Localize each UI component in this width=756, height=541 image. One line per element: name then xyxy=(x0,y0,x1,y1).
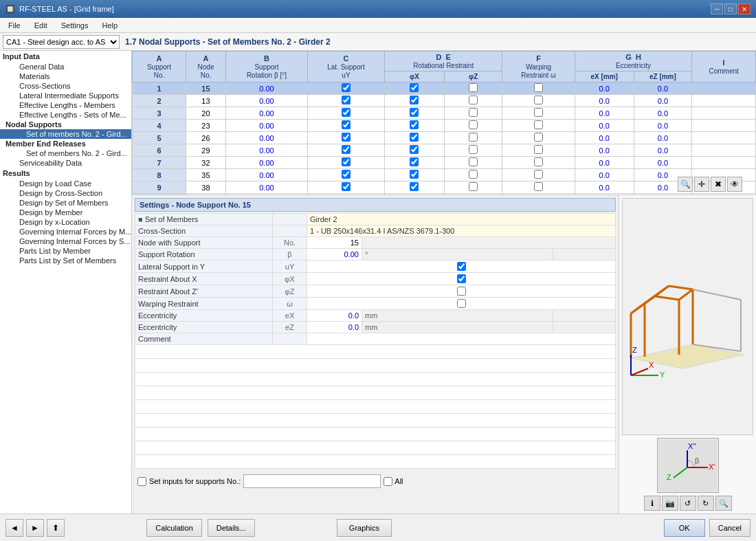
lat-support-checkbox[interactable] xyxy=(342,108,351,117)
calculation-button[interactable]: Calculation xyxy=(146,519,201,537)
view-btn[interactable]: 👁 xyxy=(727,177,742,192)
cell-rot-z[interactable] xyxy=(444,132,502,144)
sidebar-item-effective-lengths-members[interactable]: Effective Lengths - Members xyxy=(0,100,131,110)
warping-checkbox[interactable] xyxy=(534,195,543,195)
lat-support-checkbox[interactable] xyxy=(342,182,351,191)
cell-warping[interactable] xyxy=(502,107,575,120)
menu-help[interactable]: Help xyxy=(96,20,123,31)
minimize-button[interactable]: ─ xyxy=(711,3,723,14)
rot-z-checkbox[interactable] xyxy=(469,157,478,166)
set-inputs-field[interactable] xyxy=(243,474,381,488)
sidebar-item-set-members-girder[interactable]: Set of members No. 2 - Gird... xyxy=(0,129,131,139)
cell-rot-x[interactable] xyxy=(385,82,445,95)
zoom-3d-button[interactable]: 🔍 xyxy=(715,496,732,511)
sidebar-item-cross-sections[interactable]: Cross-Sections xyxy=(0,81,131,91)
rot-z-checkbox[interactable] xyxy=(469,133,478,142)
rot-z-checkbox[interactable] xyxy=(469,96,478,104)
cell-rot-x[interactable] xyxy=(385,107,445,120)
rotate-left-button[interactable]: ↺ xyxy=(680,496,696,511)
rot-x-checkbox[interactable] xyxy=(410,157,419,166)
cell-rot-x[interactable] xyxy=(385,144,445,157)
sidebar-item-design-x-location[interactable]: Design by x-Location xyxy=(0,217,131,227)
sidebar-item-parts-list-member[interactable]: Parts List by Member xyxy=(0,246,131,256)
select-btn[interactable]: ✛ xyxy=(694,177,709,192)
support-rotation-value[interactable]: 0.00 xyxy=(307,249,362,261)
lat-support-checkbox[interactable] xyxy=(342,170,351,179)
table-row[interactable]: 9380.000.00.0 xyxy=(133,181,756,194)
rot-x-checkbox[interactable] xyxy=(410,170,419,179)
back-button[interactable]: ◄ xyxy=(5,519,23,537)
sidebar-item-design-load-case[interactable]: Design by Load Case xyxy=(0,179,131,188)
sidebar-item-governing-forces-m[interactable]: Governing Internal Forces by M... xyxy=(0,227,131,236)
table-row[interactable]: 1150.000.00.0 xyxy=(133,82,756,95)
cell-lat-support[interactable] xyxy=(307,95,384,107)
maximize-button[interactable]: □ xyxy=(724,3,737,14)
rot-z-checkbox[interactable] xyxy=(469,83,478,92)
sidebar-item-effective-lengths-sets[interactable]: Effective Lengths - Sets of Me... xyxy=(0,110,131,120)
table-row[interactable]: 4230.000.00.0 xyxy=(133,120,756,132)
cell-rot-x[interactable] xyxy=(385,194,445,196)
cell-rotation[interactable]: 0.00 xyxy=(226,144,308,157)
cell-lat-support[interactable] xyxy=(307,144,384,157)
delete-btn[interactable]: ✖ xyxy=(711,177,726,192)
cell-warping[interactable] xyxy=(502,144,575,157)
lat-support-checkbox[interactable] xyxy=(342,120,351,129)
cell-rot-x[interactable] xyxy=(385,95,445,107)
cell-rotation[interactable]: 0.00 xyxy=(226,82,308,95)
ok-button[interactable]: OK xyxy=(664,519,705,537)
warping-checkbox[interactable] xyxy=(534,170,543,179)
forward-button[interactable]: ► xyxy=(26,519,44,537)
rot-x-checkbox[interactable] xyxy=(410,96,419,104)
cell-rotation[interactable]: 0.00 xyxy=(226,120,308,132)
sidebar-item-lateral-intermediate[interactable]: Lateral Intermediate Supports xyxy=(0,91,131,100)
details-button[interactable]: Details... xyxy=(208,519,255,537)
lat-support-checkbox[interactable] xyxy=(342,145,351,154)
cell-rot-z[interactable] xyxy=(444,95,502,107)
warping-checkbox[interactable] xyxy=(534,133,543,142)
cell-rot-z[interactable] xyxy=(444,181,502,194)
cell-rotation[interactable]: 0.00 xyxy=(226,194,308,196)
cell-warping[interactable] xyxy=(502,194,575,196)
rot-x-checkbox[interactable] xyxy=(410,133,419,142)
sidebar-item-governing-forces-s[interactable]: Governing Internal Forces by S... xyxy=(0,236,131,246)
all-checkbox[interactable] xyxy=(383,477,392,486)
rot-z-checkbox[interactable] xyxy=(469,182,478,191)
lat-support-checkbox[interactable] xyxy=(342,83,351,92)
cell-warping[interactable] xyxy=(502,132,575,144)
cell-lat-support[interactable] xyxy=(307,107,384,120)
rot-x-checkbox[interactable] xyxy=(410,83,419,92)
rot-x-checkbox[interactable] xyxy=(410,108,419,117)
rotate-right-button[interactable]: ↻ xyxy=(698,496,714,511)
warping-checkbox[interactable] xyxy=(534,157,543,166)
cell-lat-support[interactable] xyxy=(307,181,384,194)
set-inputs-checkbox-label[interactable]: Set inputs for supports No.: xyxy=(137,477,241,486)
node-support-value[interactable]: 15 xyxy=(307,237,362,249)
restraint-z-checkbox[interactable] xyxy=(457,287,466,296)
cell-warping[interactable] xyxy=(502,169,575,181)
cell-lat-support[interactable] xyxy=(307,82,384,95)
cell-rot-x[interactable] xyxy=(385,132,445,144)
rot-x-checkbox[interactable] xyxy=(410,120,419,129)
cell-warping[interactable] xyxy=(502,120,575,132)
table-row[interactable]: 3200.000.00.0 xyxy=(133,107,756,120)
warping-checkbox[interactable] xyxy=(534,108,543,117)
warping-restraint-checkbox[interactable] xyxy=(457,299,466,308)
table-row[interactable]: 8350.000.00.0 xyxy=(133,169,756,181)
cell-lat-support[interactable] xyxy=(307,194,384,196)
restraint-x-checkbox[interactable] xyxy=(457,274,466,283)
eccentricity-z-value[interactable]: 0.0 xyxy=(307,322,362,333)
cell-rotation[interactable]: 0.00 xyxy=(226,95,308,107)
design-case-dropdown[interactable]: CA1 - Steel design acc. to AS xyxy=(3,35,120,49)
rot-z-checkbox[interactable] xyxy=(469,108,478,117)
close-button[interactable]: ✕ xyxy=(738,3,751,14)
sidebar-item-design-member[interactable]: Design by Member xyxy=(0,208,131,217)
cell-rotation[interactable]: 0.00 xyxy=(226,107,308,120)
menu-edit[interactable]: Edit xyxy=(29,20,53,31)
export-button[interactable]: ⬆ xyxy=(47,519,65,537)
cell-warping[interactable] xyxy=(502,82,575,95)
cell-rot-x[interactable] xyxy=(385,169,445,181)
warping-checkbox[interactable] xyxy=(534,120,543,129)
cell-rotation[interactable]: 0.00 xyxy=(226,181,308,194)
lat-support-checkbox[interactable] xyxy=(342,96,351,104)
cell-rot-z[interactable] xyxy=(444,194,502,196)
